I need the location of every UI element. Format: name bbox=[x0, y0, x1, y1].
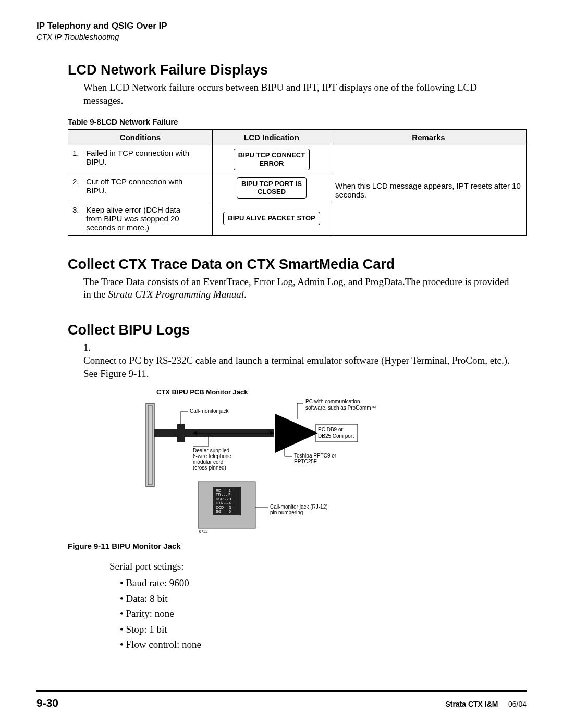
row-num: 1. bbox=[72, 149, 84, 157]
row-num: 3. bbox=[72, 205, 84, 214]
label-db9-1: PC DB9 or bbox=[318, 427, 343, 433]
footer-date: 06/04 bbox=[508, 700, 527, 708]
heading-trace-data: Collect CTX Trace Data on CTX SmartMedia… bbox=[68, 256, 527, 273]
lcd-line2: ERROR bbox=[260, 159, 284, 167]
th-lcd: LCD Indication bbox=[213, 130, 331, 145]
row-cond: Failed in TCP connection with BIPU. bbox=[86, 149, 190, 166]
lcd-failure-table: Conditions LCD Indication Remarks 1. Fai… bbox=[68, 129, 527, 235]
lcd-line1: BIPU TCP PORT IS bbox=[241, 180, 302, 188]
row-cond: Cut off TCP connection with BIPU. bbox=[86, 177, 190, 195]
label-toshiba-2: PPTC25F bbox=[294, 459, 317, 464]
header-subtitle: CTX IP Troubleshooting bbox=[36, 32, 527, 41]
page-number: 9-30 bbox=[36, 697, 58, 709]
trace-text-c: . bbox=[244, 289, 247, 300]
th-conditions: Conditions bbox=[68, 130, 213, 145]
label-rj-1: Call-monitor jack (RJ-12) bbox=[270, 504, 328, 510]
step-1: 1. Connect to PC by RS-232C cable and la… bbox=[83, 341, 511, 380]
pin-2: TD - - - 2 bbox=[216, 493, 230, 497]
figure-title: CTX BIPU PCB Monitor Jack bbox=[156, 388, 433, 396]
pin-1: RD - - - 1 bbox=[216, 489, 231, 492]
heading-bipu-logs: Collect BIPU Logs bbox=[68, 322, 527, 338]
svg-marker-9 bbox=[275, 414, 318, 453]
figure-number-small: 6711 bbox=[199, 529, 207, 533]
paragraph-trace: The Trace Data consists of an EventTrace… bbox=[83, 276, 511, 301]
lcd-box: BIPU ALIVE PACKET STOP bbox=[223, 212, 320, 225]
heading-lcd-failure: LCD Network Failure Displays bbox=[68, 62, 527, 78]
th-remarks: Remarks bbox=[331, 130, 527, 145]
row-cond: Keep alive error (DCH data from BIPU was… bbox=[86, 205, 190, 232]
label-db9-2: DB25 Com port bbox=[318, 433, 354, 439]
list-item: Flow control: none bbox=[120, 637, 527, 652]
lcd-box: BIPU TCP PORT IS CLOSED bbox=[237, 177, 307, 199]
figure-ref: Figure 9-11. bbox=[100, 368, 149, 379]
label-toshiba-1: Toshiba PPTC9 or bbox=[294, 453, 337, 459]
trace-manual-ref: Strata CTX Programming Manual bbox=[108, 289, 244, 300]
svg-rect-3 bbox=[177, 424, 185, 442]
footer-manual: Strata CTX I&M bbox=[445, 700, 498, 708]
label-pc-comm-2: software, such as ProComm™ bbox=[305, 405, 376, 411]
list-item: Baud rate: 9600 bbox=[120, 575, 527, 590]
label-pc-comm-1: PC with communication bbox=[305, 399, 360, 404]
step-num: 1. bbox=[83, 341, 96, 354]
label-dealer-2: 6-wire telephone bbox=[193, 453, 231, 459]
lcd-box: BIPU TCP CONNECT ERROR bbox=[234, 149, 310, 170]
remarks-cell: When this LCD message appears, IPT reset… bbox=[331, 145, 527, 235]
figure-bipu-jack: CTX BIPU PCB Monitor Jack Call-monitor j… bbox=[141, 388, 433, 536]
header-title: IP Telephony and QSIG Over IP bbox=[36, 21, 527, 31]
label-dealer-4: (cross-pinned) bbox=[193, 465, 226, 471]
list-item: Stop: 1 bit bbox=[120, 622, 527, 637]
table-row: 1. Failed in TCP connection with BIPU. B… bbox=[68, 145, 527, 174]
paragraph-lcd-intro: When LCD Network failure occurs between … bbox=[83, 81, 511, 107]
lcd-line1: BIPU ALIVE PACKET STOP bbox=[228, 214, 315, 222]
pin-3: DSR - - 3 bbox=[216, 497, 231, 501]
label-dealer-1: Dealer-supplied bbox=[193, 448, 229, 453]
serial-intro: Serial port setings: bbox=[109, 561, 511, 572]
label-dealer-3: modular cord bbox=[193, 459, 223, 465]
lcd-line2: CLOSED bbox=[258, 188, 286, 195]
pin-6: SG - - - 6 bbox=[216, 510, 231, 513]
row-num: 2. bbox=[72, 177, 84, 186]
label-rj-2: pin numbering bbox=[270, 510, 303, 515]
pin-5: DCD - - 5 bbox=[216, 505, 231, 509]
lcd-line1: BIPU TCP CONNECT bbox=[238, 151, 305, 159]
table-caption: Table 9-8LCD Network Failure bbox=[68, 117, 527, 126]
svg-rect-0 bbox=[146, 403, 154, 487]
figure-caption: Figure 9-11 BIPU Monitor Jack bbox=[68, 541, 527, 550]
page-footer: 9-30 Strata CTX I&M 06/04 bbox=[36, 690, 527, 709]
pin-4: DTR - - 4 bbox=[216, 501, 231, 505]
serial-settings-list: Baud rate: 9600 Data: 8 bit Parity: none… bbox=[120, 575, 527, 652]
list-item: Data: 8 bit bbox=[120, 591, 527, 606]
label-call-monitor: Call-monitor jack bbox=[190, 408, 229, 414]
list-item: Parity: none bbox=[120, 606, 527, 621]
